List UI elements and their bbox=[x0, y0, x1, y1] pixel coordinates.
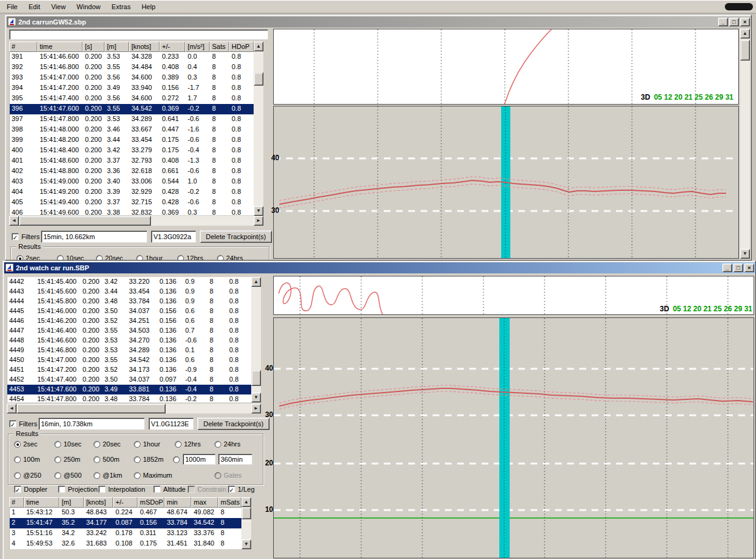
table-row[interactable]: 39115:41:46.6000.2003.5334.3280.2330.080… bbox=[10, 52, 254, 62]
column-header[interactable]: mSats bbox=[218, 497, 241, 508]
window2-titlebar[interactable]: 2nd watch car run.SBP _ □ × bbox=[4, 262, 755, 273]
table-row[interactable]: 39315:41:47.0000.2003.5634.6000.3890.380… bbox=[10, 73, 254, 83]
table-row[interactable]: 445215:41:47.4000.2003.5034.0370.097-0.4… bbox=[7, 375, 251, 385]
scrollbar-thumb[interactable] bbox=[19, 216, 151, 226]
scroll-left-icon[interactable]: ◄ bbox=[7, 404, 17, 413]
radio-maximum[interactable]: Maximum bbox=[134, 471, 172, 479]
table-row[interactable]: 39615:41:47.6000.2003.5534.5420.369-0.28… bbox=[10, 104, 254, 114]
table-row[interactable]: 444915:41:46.8000.2003.5334.2890.1360.18… bbox=[7, 346, 251, 355]
table-row[interactable]: 39215:41:46.8000.2003.5534.4840.4080.480… bbox=[10, 62, 254, 73]
table-row[interactable]: 40015:41:48.4000.2003.4233.2790.175-0.48… bbox=[10, 146, 254, 156]
radio-500m[interactable]: 500m bbox=[94, 455, 120, 464]
radio-24hrs[interactable]: 24hrs bbox=[215, 440, 241, 448]
column-header[interactable]: [m] bbox=[105, 42, 129, 52]
menu-window[interactable]: Window bbox=[71, 1, 106, 13]
scroll-up-icon[interactable]: ▲ bbox=[254, 42, 263, 51]
table-row[interactable]: 40515:41:49.4000.2003.3732.7150.428-0.68… bbox=[10, 198, 254, 208]
scroll-down-icon[interactable]: ▼ bbox=[241, 539, 251, 549]
radio-1hour[interactable]: 1hour bbox=[134, 440, 160, 448]
track-chart[interactable]: 3D05 12 20 21 25 26 29 31 bbox=[273, 276, 754, 315]
table-row[interactable]: 444215:41:45.4000.2003.4233.2200.1360.98… bbox=[7, 277, 251, 287]
menu-edit[interactable]: Edit bbox=[23, 1, 46, 13]
trackpoint-table[interactable]: 39115:41:46.6000.2003.5334.3280.2330.080… bbox=[9, 52, 254, 215]
radio-12hrs[interactable]: 12hrs bbox=[177, 254, 204, 260]
filters-checkbox[interactable]: ✓ Filters bbox=[12, 232, 40, 241]
table-row[interactable]: 445015:41:47.0000.2003.5534.5420.1360.68… bbox=[7, 355, 251, 365]
scroll-up-icon[interactable]: ▲ bbox=[251, 277, 261, 287]
custom-minutes-input[interactable] bbox=[218, 454, 252, 465]
column-header[interactable]: time bbox=[24, 497, 59, 508]
altitude-checkbox[interactable]: ✓Altitude bbox=[153, 485, 186, 494]
table-row[interactable]: 444715:41:46.4000.2003.5534.5030.1360.78… bbox=[7, 326, 251, 336]
table-row[interactable]: 40115:41:48.6000.2003.3732.7930.408-1.38… bbox=[10, 156, 254, 166]
table-vertical-scrollbar[interactable]: ▲ ▼ bbox=[254, 42, 263, 216]
minimize-button[interactable]: _ bbox=[722, 264, 732, 272]
table-row[interactable]: 415:49:5332.631.6830.1080.17531.45131.84… bbox=[10, 539, 241, 549]
table-row[interactable]: 115:43:1250.348.8430.2240.46748.67449.08… bbox=[10, 508, 241, 518]
radio-at1km[interactable]: @1km bbox=[94, 471, 122, 479]
scroll-down-icon[interactable]: ▼ bbox=[254, 206, 263, 216]
table-row[interactable]: 444615:41:46.2000.2003.5234.2510.1560.68… bbox=[7, 316, 251, 326]
doppler-checkbox[interactable]: ✓Doppler bbox=[14, 485, 48, 494]
restore-button[interactable]: □ bbox=[733, 264, 743, 272]
table-row[interactable]: 315:51:1634.233.2420.1780.31133.12333.37… bbox=[10, 528, 241, 539]
scrollbar-thumb[interactable] bbox=[254, 72, 263, 86]
table-row[interactable]: 39415:41:47.2000.2003.4933.9400.156-1.78… bbox=[10, 83, 254, 94]
info-field[interactable] bbox=[9, 29, 268, 40]
scroll-right-icon[interactable]: ► bbox=[254, 216, 263, 226]
projection-checkbox[interactable]: ✓Projection bbox=[58, 485, 98, 494]
column-header[interactable]: [knots] bbox=[84, 497, 113, 508]
trackpoint-table[interactable]: 444215:41:45.4000.2003.4233.2200.1360.98… bbox=[7, 277, 251, 402]
table-row[interactable]: 40315:41:49.0000.2003.4033.0060.5441.080… bbox=[10, 177, 254, 187]
column-header[interactable]: max bbox=[191, 497, 218, 508]
table-row[interactable]: 40615:41:49.6000.2003.3832.8320.3690.380… bbox=[10, 208, 254, 215]
filters-checkbox[interactable]: ✓ Filters bbox=[9, 420, 37, 428]
table-row[interactable]: 39515:41:47.4000.2003.5634.6000.2721.780… bbox=[10, 94, 254, 104]
radio-20sec[interactable]: 20sec bbox=[96, 254, 123, 260]
results-table[interactable]: 115:43:1250.348.8430.2240.46748.67449.08… bbox=[9, 508, 241, 549]
table-row[interactable]: 39915:41:48.2000.2003.4433.4540.175-0.68… bbox=[10, 135, 254, 146]
version-input[interactable] bbox=[151, 231, 196, 243]
scrollbar-thumb[interactable] bbox=[740, 40, 750, 61]
delete-trackpoints-button[interactable]: Delete Trackpoint(s) bbox=[197, 418, 270, 430]
radio-at500[interactable]: @500 bbox=[54, 471, 82, 479]
table-row[interactable]: 445315:41:47.6000.2003.4933.8810.136-0.4… bbox=[7, 385, 251, 394]
table-row[interactable]: 39715:41:47.8000.2003.5334.2890.641-0.68… bbox=[10, 114, 254, 125]
minimize-button[interactable]: _ bbox=[718, 18, 728, 26]
speed-chart[interactable] bbox=[273, 106, 739, 259]
table-vertical-scrollbar[interactable]: ▲ ▼ bbox=[251, 277, 261, 402]
table-row[interactable]: 215:41:4735.234.1770.0870.15633.78434.54… bbox=[10, 518, 241, 528]
delete-trackpoints-button[interactable]: Delete Trackpoint(s) bbox=[200, 231, 272, 243]
column-header[interactable]: HDoP bbox=[229, 42, 254, 52]
scroll-left-icon[interactable]: ◄ bbox=[9, 216, 19, 226]
scroll-down-icon[interactable]: ▼ bbox=[251, 393, 261, 402]
radio-12hrs[interactable]: 12hrs bbox=[175, 440, 201, 448]
table-row[interactable]: 444415:41:45.8000.2003.4833.7840.1360.98… bbox=[7, 297, 251, 306]
column-header[interactable]: Sats bbox=[210, 42, 229, 52]
table-row[interactable]: 445415:41:47.8000.2003.4833.7840.136-0.2… bbox=[7, 394, 251, 402]
close-button[interactable]: × bbox=[744, 264, 754, 272]
radio-at250[interactable]: @250 bbox=[14, 471, 42, 479]
radio-100m[interactable]: 100m bbox=[14, 455, 40, 464]
table-horizontal-scrollbar[interactable]: ◄ ► bbox=[9, 216, 263, 226]
column-header[interactable]: # bbox=[9, 42, 37, 52]
column-header[interactable]: mSDoP bbox=[138, 497, 164, 508]
restore-button[interactable]: □ bbox=[729, 18, 739, 26]
menu-file[interactable]: File bbox=[1, 1, 23, 13]
column-header[interactable]: time bbox=[37, 42, 83, 52]
column-header[interactable]: +/- bbox=[160, 42, 185, 52]
scroll-up-icon[interactable]: ▲ bbox=[740, 29, 750, 39]
version-input[interactable] bbox=[149, 418, 194, 430]
table-row[interactable]: 39815:41:48.0000.2003.4633.6670.447-1.68… bbox=[10, 125, 254, 135]
menu-help[interactable]: Help bbox=[136, 1, 161, 13]
filter-summary-input[interactable] bbox=[39, 418, 145, 430]
radio-2sec[interactable]: 2sec bbox=[17, 254, 40, 260]
column-header[interactable]: [m] bbox=[59, 497, 84, 508]
close-button[interactable]: × bbox=[740, 18, 750, 26]
scrollbar-thumb[interactable] bbox=[17, 404, 166, 413]
scroll-up-icon[interactable]: ▲ bbox=[241, 497, 251, 507]
custom-distance-input[interactable] bbox=[183, 454, 216, 465]
chart-vertical-scrollbar[interactable]: ▲ ▼ bbox=[740, 29, 750, 259]
track-chart[interactable]: 3D05 12 20 21 25 26 29 31 bbox=[273, 29, 739, 105]
table-row[interactable]: 444515:41:46.0000.2003.5034.0370.1560.68… bbox=[7, 306, 251, 316]
